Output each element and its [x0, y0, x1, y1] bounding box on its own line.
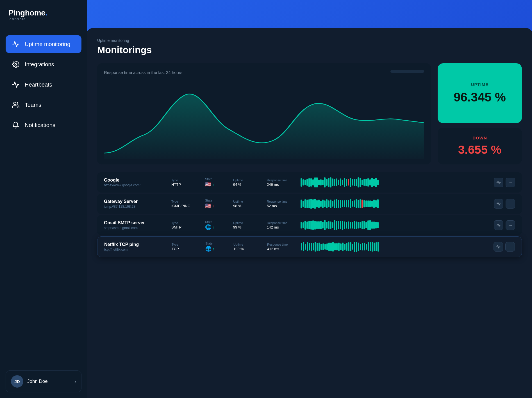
- bar: [324, 244, 326, 250]
- bar: [315, 242, 316, 252]
- bar: [370, 242, 371, 251]
- table-row: Googlehttps://www.google.com/TypeHTTPSta…: [97, 172, 522, 193]
- bar: [360, 244, 361, 250]
- bar: [362, 221, 363, 229]
- monitor-uptime-col: Uptime99 %: [233, 221, 261, 229]
- type-label: Type: [172, 243, 200, 246]
- bar: [313, 243, 314, 250]
- logo-dot: .: [45, 8, 47, 17]
- state-label: State: [205, 242, 228, 245]
- bar: [312, 199, 314, 208]
- bar: [332, 201, 333, 207]
- monitor-uptime-col: Uptime94 %: [233, 178, 261, 187]
- uptime-label: Uptime: [233, 221, 261, 225]
- bar: [344, 200, 345, 207]
- bar: [310, 199, 312, 209]
- row-actions: ···: [494, 199, 515, 209]
- chart-button[interactable]: [494, 220, 503, 230]
- chart-button[interactable]: [494, 242, 503, 252]
- user-card[interactable]: JD John Doe ›: [6, 370, 81, 392]
- bar: [336, 243, 338, 250]
- bar: [338, 221, 339, 229]
- bar: [364, 243, 365, 251]
- bar: [301, 243, 302, 250]
- mini-bars-chart: [301, 220, 488, 230]
- bar: [308, 221, 310, 230]
- monitor-response-col: Response time142 ms: [267, 221, 295, 229]
- bar: [318, 200, 320, 208]
- type-value: HTTP: [171, 182, 199, 187]
- bar: [306, 221, 308, 229]
- monitor-url: icmp://87.128.168.28: [104, 205, 166, 209]
- more-button[interactable]: ···: [505, 242, 515, 252]
- bar: [365, 200, 367, 207]
- bar: [316, 200, 318, 208]
- sidebar-item-notifications[interactable]: Notifications: [6, 116, 81, 134]
- more-button[interactable]: ···: [506, 220, 515, 230]
- chart-legend: [390, 70, 424, 73]
- bar: [305, 244, 306, 250]
- uptime-value: 99 %: [233, 225, 261, 229]
- sidebar-item-uptime[interactable]: Uptime monitoring: [6, 35, 81, 53]
- bar: [354, 179, 355, 186]
- bar: [348, 242, 349, 251]
- monitor-name-col: Netflix TCP pingtcp://netflix.com: [104, 242, 166, 252]
- sidebar-item-teams[interactable]: Teams: [6, 96, 81, 114]
- uptime-value: 96.345 %: [454, 90, 506, 104]
- bar: [330, 200, 331, 208]
- ellipsis-icon: ···: [508, 245, 512, 249]
- bar: [330, 243, 332, 251]
- bar: [334, 220, 335, 230]
- uptime-label: Uptime: [233, 200, 261, 203]
- bar: [363, 179, 365, 186]
- down-card: DOWN 3.655 %: [438, 128, 522, 164]
- logo-text: Pinghome.: [8, 8, 47, 17]
- monitor-name: Google: [104, 178, 166, 183]
- bar: [338, 243, 340, 251]
- type-value: SMTP: [171, 225, 199, 229]
- bar: [309, 243, 310, 250]
- chart-icon: [496, 223, 501, 227]
- bar: [344, 178, 345, 186]
- uptime-label: UPTIME: [471, 82, 489, 87]
- direction-arrow: ↑: [212, 225, 214, 229]
- sidebar-item-heartbeats[interactable]: Heartbeats: [6, 76, 81, 94]
- response-value: 246 ms: [267, 182, 295, 187]
- bar: [371, 221, 373, 229]
- mini-bars-chart: [301, 199, 488, 209]
- bar: [332, 242, 334, 251]
- bar: [358, 222, 359, 229]
- monitor-uptime-col: Uptime98 %: [233, 200, 261, 208]
- table-row: Gateway Servericmp://87.128.168.28TypeIC…: [97, 194, 522, 214]
- bar: [316, 221, 318, 229]
- bar: [342, 243, 344, 251]
- chart-subtitle: Response time across in the last 24 hour…: [104, 70, 424, 75]
- chart-button[interactable]: [494, 199, 503, 209]
- sidebar-item-integrations[interactable]: Integrations: [6, 55, 81, 73]
- monitor-type-col: TypeHTTP: [171, 178, 199, 187]
- bar: [376, 242, 377, 251]
- ellipsis-icon: ···: [509, 180, 512, 185]
- bar: [371, 178, 373, 187]
- bar: [310, 178, 312, 187]
- bar: [326, 199, 328, 208]
- bar: [369, 220, 371, 230]
- monitor-name-col: Gateway Servericmp://87.128.168.28: [104, 199, 166, 209]
- bar: [320, 221, 322, 230]
- bar: [301, 200, 302, 208]
- bar: [301, 222, 302, 229]
- bar: [372, 242, 373, 251]
- logo-sub: console: [8, 17, 26, 21]
- flag-icon: 🇺🇸: [205, 203, 211, 209]
- chart-button[interactable]: [494, 178, 503, 187]
- content-area: Uptime monitoring Monitorings Response t…: [87, 28, 532, 398]
- main-content: Uptime monitoring Monitorings Response t…: [87, 0, 532, 398]
- monitor-response-col: Response time412 ms: [267, 243, 295, 251]
- more-button[interactable]: ···: [506, 178, 515, 187]
- more-button[interactable]: ···: [506, 199, 515, 209]
- monitor-url: https://www.google.com/: [104, 183, 166, 187]
- bar: [358, 243, 359, 251]
- row-actions: ···: [494, 242, 515, 252]
- monitor-response-col: Response time246 ms: [267, 178, 295, 187]
- bar: [348, 221, 349, 229]
